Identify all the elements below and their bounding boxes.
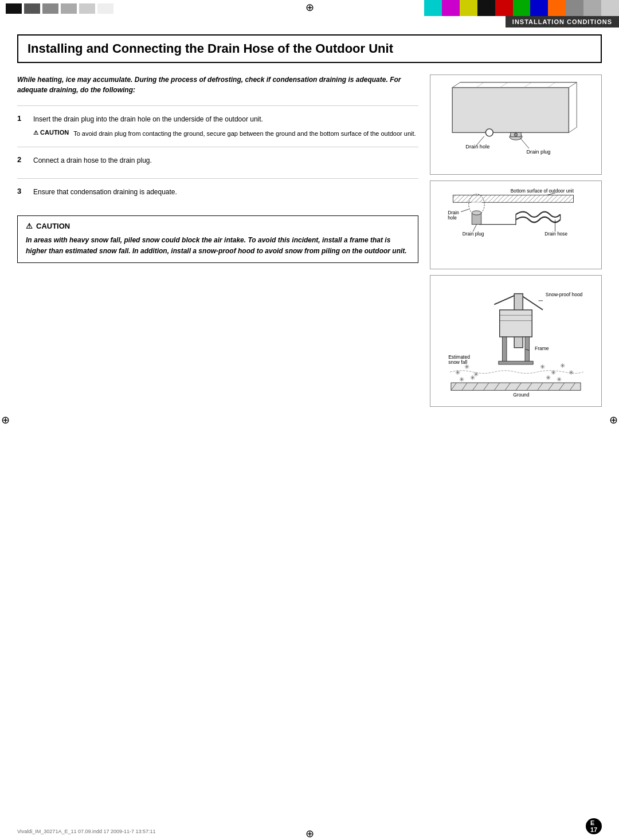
svg-text:Frame: Frame	[535, 346, 549, 351]
color-gray1	[566, 0, 583, 16]
svg-text:✳: ✳	[557, 376, 562, 383]
mark-gray3	[61, 3, 77, 14]
color-yellow	[460, 0, 477, 16]
svg-line-30	[461, 209, 469, 212]
svg-point-11	[485, 129, 493, 136]
right-side-mark: ⊕	[609, 414, 618, 426]
svg-text:✳: ✳	[540, 363, 545, 370]
svg-text:Drain plug: Drain plug	[463, 231, 484, 237]
color-black	[477, 0, 495, 16]
diagram1-label1: Drain hole	[465, 144, 489, 150]
svg-text:✳: ✳	[560, 362, 565, 369]
svg-line-5	[569, 127, 577, 132]
caution-box: ⚠ CAUTION In areas with heavy snow fall,…	[17, 215, 418, 263]
svg-line-10	[547, 83, 555, 88]
diagram-3-svg: ✳ ✳ ✳ ✳ ✳ ✳ ✳ ✳ ✳ ✳ ✳ Snow-proof h	[435, 280, 597, 402]
step-2-text: Connect a drain hose to the drain plug.	[33, 155, 152, 166]
step-1-caution: ⚠ CAUTION To avoid drain plug from conta…	[33, 129, 418, 139]
step-1-caution-label: ⚠ CAUTION	[33, 129, 69, 139]
svg-rect-19	[471, 202, 481, 205]
svg-point-14	[514, 133, 518, 136]
svg-line-2	[569, 83, 577, 88]
top-center-mark: ⊕	[305, 1, 314, 14]
svg-line-16	[520, 138, 529, 148]
color-red	[495, 0, 513, 16]
step-3-text: Ensure that condensation draining is ade…	[33, 187, 177, 197]
color-magenta	[442, 0, 460, 16]
footer: Vivaldi_IM_30271A_E_11 07.09.indd 17 200…	[17, 829, 156, 834]
diagram-2: Bottom surface of outdoor unit Drain hol…	[430, 180, 602, 269]
svg-rect-41	[502, 337, 507, 364]
svg-text:Ground: Ground	[513, 392, 530, 398]
svg-line-32	[473, 225, 476, 232]
mark-gray4	[79, 3, 95, 14]
color-blue	[530, 0, 548, 16]
caution-box-label: CAUTION	[36, 222, 70, 230]
step-2-header: 2 Connect a drain hose to the drain plug…	[17, 155, 418, 166]
header-title-band: INSTALLATION CONDITIONS	[506, 16, 619, 28]
svg-text:✳: ✳	[551, 369, 556, 376]
header-title: INSTALLATION CONDITIONS	[512, 18, 612, 25]
step-2: 2 Connect a drain hose to the drain plug…	[17, 147, 418, 178]
svg-text:Bottom surface of outdoor unit: Bottom surface of outdoor unit	[511, 189, 574, 194]
page-title-box: Installing and Connecting the Drain Hose…	[17, 34, 602, 63]
svg-rect-44	[451, 383, 581, 390]
step-1-caution-text: To avoid drain plug from contacting the …	[73, 129, 416, 139]
color-orange	[548, 0, 566, 16]
caution-triangle-icon: ⚠	[33, 129, 38, 136]
right-column: Drain hole Drain plug	[430, 74, 602, 407]
main-content: Installing and Connecting the Drain Hose…	[17, 34, 602, 811]
svg-text:✳: ✳	[459, 376, 464, 383]
svg-text:✳: ✳	[546, 374, 551, 381]
mark-gray5	[97, 3, 113, 14]
svg-line-7	[476, 83, 484, 88]
step-3-number: 3	[17, 187, 28, 195]
diagram-1: Drain hole Drain plug	[430, 74, 602, 175]
step-1: 1 Insert the drain plug into the drain h…	[17, 105, 418, 147]
diagram1-label2: Drain plug	[526, 149, 550, 155]
svg-point-22	[472, 211, 481, 215]
top-color-bar	[424, 0, 619, 16]
diagram-3: ✳ ✳ ✳ ✳ ✳ ✳ ✳ ✳ ✳ ✳ ✳ Snow-proof h	[430, 275, 602, 407]
step-2-number: 2	[17, 155, 28, 164]
bottom-center-mark: ⊕	[305, 827, 314, 840]
svg-text:hole: hole	[448, 215, 457, 221]
step-1-text: Insert the drain plug into the drain hol…	[33, 114, 263, 124]
svg-text:Snow-proof hood: Snow-proof hood	[546, 292, 583, 297]
svg-rect-0	[452, 88, 569, 133]
caution-box-header: ⚠ CAUTION	[26, 222, 410, 230]
left-column: While heating, ice may accumulate. Durin…	[17, 74, 418, 407]
intro-text: While heating, ice may accumulate. Durin…	[17, 74, 418, 95]
svg-text:✳: ✳	[569, 369, 574, 376]
color-green	[513, 0, 531, 16]
svg-text:✳: ✳	[455, 369, 460, 376]
caution-box-triangle-icon: ⚠	[26, 222, 33, 230]
color-gray3	[601, 0, 619, 16]
mark-gray1	[24, 3, 40, 14]
step-1-number: 1	[17, 114, 28, 123]
footer-date: 2009-11-7 13:57:11	[111, 829, 156, 834]
page-number: E17	[586, 818, 602, 834]
svg-line-6	[452, 83, 460, 88]
svg-line-8	[500, 83, 508, 88]
svg-rect-18	[453, 195, 573, 202]
svg-text:snow fall: snow fall	[448, 359, 467, 365]
step-1-header: 1 Insert the drain plug into the drain h…	[17, 114, 418, 124]
diagram-1-svg: Drain hole Drain plug	[435, 80, 597, 170]
mark-gray2	[42, 3, 58, 14]
step-3-header: 3 Ensure that condensation draining is a…	[17, 187, 418, 197]
svg-line-9	[524, 83, 532, 88]
two-col-layout: While heating, ice may accumulate. Durin…	[17, 74, 602, 407]
footer-filename: Vivaldi_IM_30271A_E_11 07.09.indd 17	[17, 829, 109, 834]
svg-text:✳: ✳	[470, 374, 475, 381]
caution-box-text: In areas with heavy snow fall, piled sno…	[26, 235, 410, 257]
svg-text:Drain: Drain	[448, 210, 459, 215]
step-3: 3 Ensure that condensation draining is a…	[17, 178, 418, 210]
top-left-marks	[0, 0, 119, 17]
page-number-label: E17	[590, 819, 597, 833]
svg-text:Drain hose: Drain hose	[544, 231, 567, 237]
mark-black	[6, 3, 22, 14]
svg-rect-38	[500, 310, 532, 337]
page-title: Installing and Connecting the Drain Hose…	[28, 41, 591, 56]
svg-rect-43	[499, 361, 533, 364]
